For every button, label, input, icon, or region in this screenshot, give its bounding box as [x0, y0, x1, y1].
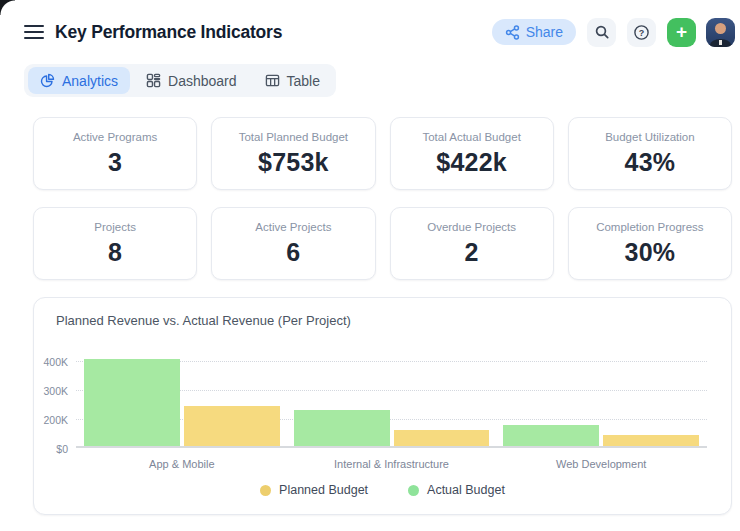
kpi-label: Total Planned Budget — [239, 131, 348, 143]
chart-x-labels: App & MobileInternal & InfrastructureWeb… — [76, 458, 707, 470]
legend-dot-icon — [260, 485, 271, 496]
y-axis-tick-label: 400K — [30, 356, 68, 368]
kpi-value: $753k — [258, 148, 329, 177]
svg-text:?: ? — [639, 27, 645, 37]
legend-dot-icon — [408, 485, 419, 496]
table-icon — [265, 73, 280, 88]
help-button[interactable]: ? — [627, 18, 656, 47]
search-icon — [594, 24, 610, 40]
kpi-value: 3 — [108, 148, 122, 177]
y-axis-tick-label: $0 — [30, 443, 68, 455]
kpi-card: Total Planned Budget$753k — [211, 117, 375, 190]
bar-group — [503, 361, 699, 446]
kpi-label: Active Programs — [73, 131, 157, 143]
kpi-card: Projects8 — [33, 207, 197, 280]
search-button[interactable] — [587, 18, 616, 47]
tab-table-label: Table — [287, 73, 320, 89]
share-button-label: Share — [526, 24, 563, 40]
kpi-label: Overdue Projects — [427, 221, 516, 233]
kpi-card: Active Projects6 — [211, 207, 375, 280]
chart-bars — [76, 361, 707, 446]
share-button[interactable]: Share — [492, 19, 576, 45]
kpi-label: Active Projects — [255, 221, 331, 233]
pie-chart-icon — [40, 73, 55, 88]
header: Key Performance Indicators Share ? + — [24, 15, 735, 49]
legend-label: Actual Budget — [427, 483, 505, 497]
bar-actual-budget — [294, 410, 390, 446]
y-axis-tick-label: 300K — [30, 385, 68, 397]
kpi-card: Active Programs3 — [33, 117, 197, 190]
kpi-value: 43% — [625, 148, 676, 177]
bar-actual-budget — [503, 425, 599, 446]
y-axis-tick-label: 200K — [30, 414, 68, 426]
legend-label: Planned Budget — [279, 483, 368, 497]
kpi-card: Completion Progress30% — [568, 207, 732, 280]
legend-item[interactable]: Planned Budget — [260, 483, 368, 497]
chart-plot: $0200K300K400K — [76, 361, 707, 448]
kpi-value: 30% — [625, 238, 676, 267]
x-axis-category-label: Internal & Infrastructure — [294, 458, 490, 470]
bar-planned-budget — [184, 406, 280, 446]
kpi-value: 6 — [286, 238, 300, 267]
window-corner-artifact — [0, 0, 15, 15]
kpi-label: Projects — [94, 221, 136, 233]
tab-table[interactable]: Table — [251, 64, 334, 97]
user-avatar[interactable] — [706, 18, 735, 47]
chart-legend: Planned BudgetActual Budget — [34, 483, 731, 497]
kpi-card: Budget Utilization43% — [568, 117, 732, 190]
bar-group — [294, 361, 490, 446]
x-axis-category-label: Web Development — [503, 458, 699, 470]
chart-title: Planned Revenue vs. Actual Revenue (Per … — [56, 313, 351, 328]
kpi-value: 2 — [465, 238, 479, 267]
x-axis-category-label: App & Mobile — [84, 458, 280, 470]
bar-group — [84, 361, 280, 446]
legend-item[interactable]: Actual Budget — [408, 483, 505, 497]
bar-actual-budget — [84, 359, 180, 446]
tab-dashboard[interactable]: Dashboard — [132, 64, 251, 97]
add-button[interactable]: + — [667, 18, 696, 47]
dashboard-grid-icon — [146, 73, 161, 88]
kpi-label: Total Actual Budget — [422, 131, 520, 143]
kpi-label: Budget Utilization — [605, 131, 695, 143]
bar-planned-budget — [603, 435, 699, 446]
chart-card: Planned Revenue vs. Actual Revenue (Per … — [33, 297, 732, 515]
bar-planned-budget — [394, 430, 490, 446]
tab-analytics-label: Analytics — [62, 73, 118, 89]
page-title: Key Performance Indicators — [55, 22, 282, 43]
tab-analytics[interactable]: Analytics — [28, 67, 130, 94]
kpi-card: Total Actual Budget$422k — [390, 117, 554, 190]
help-icon: ? — [633, 24, 650, 41]
view-tabbar: Analytics Dashboard Table — [24, 64, 336, 97]
plus-icon: + — [676, 22, 687, 41]
menu-icon[interactable] — [24, 25, 44, 40]
kpi-value: 8 — [108, 238, 122, 267]
kpi-label: Completion Progress — [596, 221, 703, 233]
kpi-card: Overdue Projects2 — [390, 207, 554, 280]
tab-dashboard-label: Dashboard — [168, 73, 237, 89]
share-icon — [505, 25, 520, 40]
kpi-grid: Active Programs3Total Planned Budget$753… — [33, 117, 732, 280]
kpi-value: $422k — [436, 148, 507, 177]
